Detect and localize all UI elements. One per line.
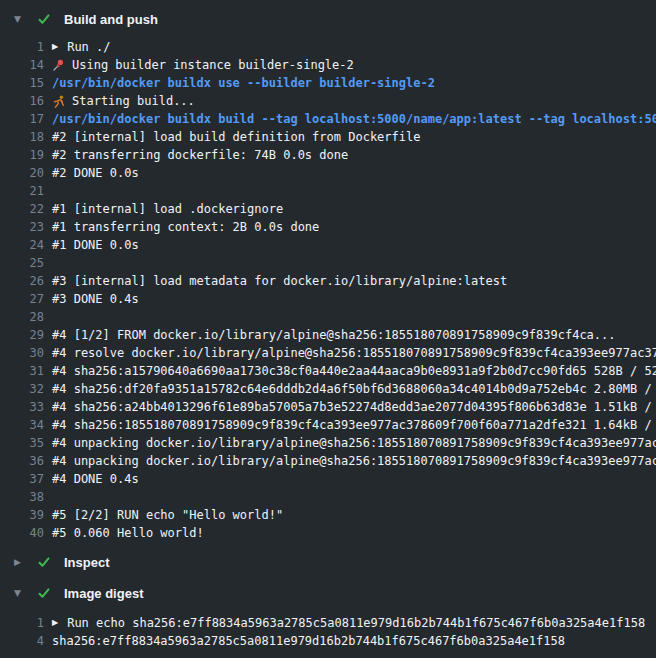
log-text: #4 unpacking docker.io/library/alpine@sh… [52, 434, 656, 452]
line-number[interactable]: 21 [0, 182, 44, 200]
log-line: 28 [0, 308, 656, 326]
log-text-content: #2 DONE 0.0s [52, 164, 139, 182]
chevron-right-icon[interactable]: ▶ [14, 549, 28, 575]
line-number[interactable]: 31 [0, 362, 44, 380]
log-text: #4 sha256:185518070891758909c9f839cf4ca3… [52, 416, 656, 434]
line-number[interactable]: 17 [0, 110, 44, 128]
step-inspect: ▶ Inspect [0, 549, 656, 575]
line-number[interactable]: 4 [0, 632, 44, 650]
runner-icon [52, 95, 66, 108]
line-number[interactable]: 27 [0, 290, 44, 308]
log-line: 18#2 [internal] load build definition fr… [0, 128, 656, 146]
log-line: 35#4 unpacking docker.io/library/alpine@… [0, 434, 656, 452]
log-text: #4 DONE 0.4s [52, 470, 139, 488]
log-text: ▶Run ./ [52, 38, 111, 56]
log-line: 20#2 DONE 0.0s [0, 164, 656, 182]
command-text: /usr/bin/docker buildx use --builder bui… [52, 74, 435, 92]
log-text: #2 transferring dockerfile: 74B 0.0s don… [52, 146, 348, 164]
log-text: #4 unpacking docker.io/library/alpine@sh… [52, 452, 656, 470]
log-text: Using builder instance builder-single-2 [52, 56, 354, 74]
expand-group-icon[interactable]: ▶ [52, 614, 58, 632]
line-number[interactable]: 37 [0, 470, 44, 488]
log-line: 39#5 [2/2] RUN echo "Hello world!" [0, 506, 656, 524]
log-text: #4 resolve docker.io/library/alpine@sha2… [52, 344, 656, 362]
log-line: 23#1 transferring context: 2B 0.0s done [0, 218, 656, 236]
step-log-build-and-push: 1▶Run ./14Using builder instance builder… [0, 38, 656, 542]
expand-group-icon[interactable]: ▶ [52, 38, 58, 56]
line-number[interactable]: 35 [0, 434, 44, 452]
line-number[interactable]: 33 [0, 398, 44, 416]
line-number[interactable]: 19 [0, 146, 44, 164]
log-text: #1 DONE 0.0s [52, 236, 139, 254]
log-line: 27#3 DONE 0.4s [0, 290, 656, 308]
log-line: 24#1 DONE 0.0s [0, 236, 656, 254]
line-number[interactable]: 36 [0, 452, 44, 470]
log-text-content: #1 DONE 0.0s [52, 236, 139, 254]
log-line: 32#4 sha256:df20fa9351a15782c64e6dddb2d4… [0, 380, 656, 398]
log-text-content: #1 transferring context: 2B 0.0s done [52, 218, 319, 236]
check-success-icon [37, 12, 51, 26]
line-number[interactable]: 25 [0, 254, 44, 272]
line-number[interactable]: 28 [0, 308, 44, 326]
pushpin-icon [52, 59, 66, 72]
line-number[interactable]: 22 [0, 200, 44, 218]
log-line: 4sha256:e7ff8834a5963a2785c5a0811e979d16… [0, 632, 656, 650]
line-number[interactable]: 29 [0, 326, 44, 344]
line-number[interactable]: 23 [0, 218, 44, 236]
log-text-content: #4 sha256:a24bb4013296f61e89ba57005a7b3e… [52, 398, 656, 416]
check-success-icon [37, 586, 51, 600]
log-line: 14Using builder instance builder-single-… [0, 56, 656, 74]
line-number[interactable]: 20 [0, 164, 44, 182]
line-number[interactable]: 14 [0, 56, 44, 74]
line-number[interactable]: 32 [0, 380, 44, 398]
log-text-content: #2 [internal] load build definition from… [52, 128, 420, 146]
log-text: #4 sha256:df20fa9351a15782c64e6dddb2d4a6… [52, 380, 656, 398]
line-number[interactable]: 1 [0, 38, 44, 56]
step-log-image-digest: 1▶Run echo sha256:e7ff8834a5963a2785c5a0… [0, 614, 656, 650]
log-text: #1 [internal] load .dockerignore [52, 200, 283, 218]
log-text-content: #4 unpacking docker.io/library/alpine@sh… [52, 434, 656, 452]
chevron-down-icon[interactable]: ▼ [14, 580, 28, 606]
log-line: 1▶Run ./ [0, 38, 656, 56]
line-number[interactable]: 15 [0, 74, 44, 92]
log-text: #4 [1/2] FROM docker.io/library/alpine@s… [52, 326, 616, 344]
log-text: #3 DONE 0.4s [52, 290, 139, 308]
log-line: 21 [0, 182, 656, 200]
step-title: Inspect [64, 555, 110, 570]
log-text: #2 DONE 0.0s [52, 164, 139, 182]
log-text-content: Starting build... [72, 92, 195, 110]
line-number[interactable]: 1 [0, 614, 44, 632]
log-line: 34#4 sha256:185518070891758909c9f839cf4c… [0, 416, 656, 434]
line-number[interactable]: 26 [0, 272, 44, 290]
log-line: 31#4 sha256:a15790640a6690aa1730c38cf0a4… [0, 362, 656, 380]
log-text: #1 transferring context: 2B 0.0s done [52, 218, 319, 236]
line-number[interactable]: 34 [0, 416, 44, 434]
log-text: #4 sha256:a24bb4013296f61e89ba57005a7b3e… [52, 398, 656, 416]
log-line: 40#5 0.060 Hello world! [0, 524, 656, 542]
check-success-icon [37, 555, 51, 569]
line-number[interactable]: 38 [0, 488, 44, 506]
chevron-down-icon[interactable]: ▼ [14, 6, 28, 32]
log-text-content: #4 sha256:185518070891758909c9f839cf4ca3… [52, 416, 656, 434]
line-number[interactable]: 39 [0, 506, 44, 524]
log-text: ▶Run echo sha256:e7ff8834a5963a2785c5a08… [52, 614, 645, 632]
log-text-content: #2 transferring dockerfile: 74B 0.0s don… [52, 146, 348, 164]
line-number[interactable]: 18 [0, 128, 44, 146]
step-image-digest: ▼ Image digest 1▶Run echo sha256:e7ff883… [0, 580, 656, 650]
log-text-content: #5 [2/2] RUN echo "Hello world!" [52, 506, 283, 524]
line-number[interactable]: 30 [0, 344, 44, 362]
log-line: 25 [0, 254, 656, 272]
log-text-content: #3 DONE 0.4s [52, 290, 139, 308]
log-text: Starting build... [52, 92, 195, 110]
log-line: 15/usr/bin/docker buildx use --builder b… [0, 74, 656, 92]
line-number[interactable]: 40 [0, 524, 44, 542]
step-header-image-digest[interactable]: ▼ Image digest [0, 580, 656, 606]
step-header-inspect[interactable]: ▶ Inspect [0, 549, 656, 575]
log-text: #4 sha256:a15790640a6690aa1730c38cf0a440… [52, 362, 656, 380]
step-build-and-push: ▼ Build and push 1▶Run ./14Using builder… [0, 6, 656, 542]
step-header-build-and-push[interactable]: ▼ Build and push [0, 6, 656, 32]
line-number[interactable]: 16 [0, 92, 44, 110]
line-number[interactable]: 24 [0, 236, 44, 254]
log-line: 26#3 [internal] load metadata for docker… [0, 272, 656, 290]
log-line: 38 [0, 488, 656, 506]
